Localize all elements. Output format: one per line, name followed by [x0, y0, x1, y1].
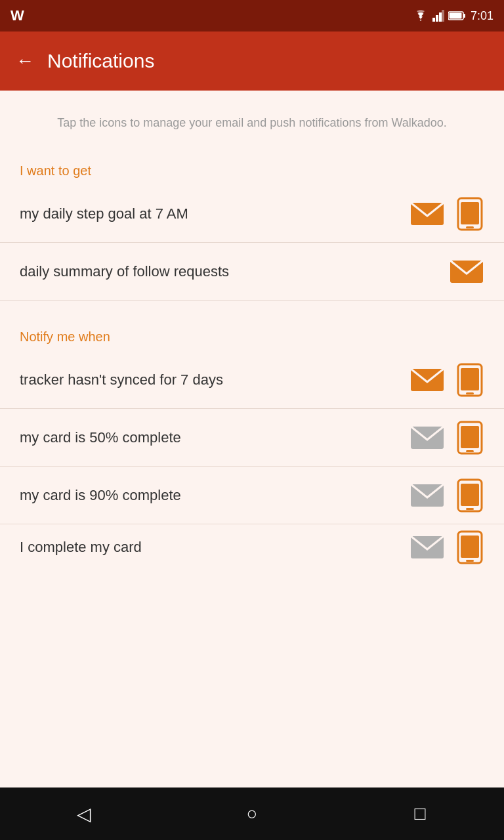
svg-rect-6: [463, 14, 465, 18]
svg-rect-3: [442, 10, 444, 22]
item-icons: [410, 420, 484, 455]
phone-icon-active[interactable]: [455, 478, 484, 513]
list-item: tracker hasn't synced for 7 days: [0, 351, 504, 409]
phone-icon-active[interactable]: [455, 362, 484, 398]
back-nav-button[interactable]: ◁: [64, 794, 104, 833]
svg-rect-0: [432, 18, 435, 22]
email-icon-inactive[interactable]: [410, 424, 445, 452]
phone-icon-active[interactable]: [455, 530, 484, 565]
item-icons: [449, 258, 484, 285]
list-item: I complete my card: [0, 524, 504, 570]
status-time: 7:01: [471, 9, 494, 23]
status-right: 7:01: [413, 9, 494, 23]
list-item: my card is 50% complete: [0, 409, 504, 467]
svg-rect-9: [461, 202, 479, 224]
item-label: I complete my card: [20, 539, 410, 556]
section-header-notify: Notify me when: [0, 316, 504, 351]
svg-rect-23: [466, 508, 474, 510]
email-icon-inactive[interactable]: [410, 482, 445, 509]
app-bar: ← Notifications: [0, 32, 504, 91]
svg-rect-19: [466, 450, 474, 452]
svg-rect-26: [461, 536, 479, 558]
item-icons: [410, 530, 484, 565]
item-icons: [410, 196, 484, 232]
svg-rect-2: [439, 12, 442, 22]
back-button[interactable]: ←: [16, 51, 34, 72]
signal-icon: [432, 10, 444, 22]
status-bar: W 7:01: [0, 0, 504, 32]
email-icon-inactive[interactable]: [410, 534, 445, 561]
item-label: tracker hasn't synced for 7 days: [20, 371, 410, 388]
svg-rect-10: [466, 226, 474, 228]
section-header-want: I want to get: [0, 150, 504, 185]
battery-icon: [448, 11, 465, 20]
wifi-icon: [413, 10, 429, 22]
email-icon-active[interactable]: [410, 366, 445, 394]
svg-rect-5: [449, 13, 461, 19]
main-content: Tap the icons to manage your email and p…: [0, 91, 504, 788]
item-label: my card is 50% complete: [20, 429, 410, 446]
bottom-nav: ◁ ○ □: [0, 788, 504, 840]
email-icon-active[interactable]: [449, 258, 484, 285]
item-icons: [410, 362, 484, 398]
email-icon-active[interactable]: [410, 200, 445, 228]
home-nav-button[interactable]: ○: [232, 794, 272, 833]
list-item: my card is 90% complete: [0, 467, 504, 524]
svg-rect-22: [461, 484, 479, 506]
recent-nav-button[interactable]: □: [400, 794, 440, 833]
section-i-want: I want to get my daily step goal at 7 AM: [0, 150, 504, 301]
item-label: my card is 90% complete: [20, 487, 410, 504]
svg-rect-1: [436, 15, 438, 22]
page-title: Notifications: [47, 50, 154, 72]
subtitle-text: Tap the icons to manage your email and p…: [0, 91, 504, 150]
svg-rect-14: [461, 368, 479, 390]
section-notify-when: Notify me when tracker hasn't synced for…: [0, 316, 504, 570]
svg-rect-18: [461, 426, 479, 448]
list-item: my daily step goal at 7 AM: [0, 185, 504, 243]
svg-rect-15: [466, 392, 474, 394]
list-item: daily summary of follow requests: [0, 243, 504, 301]
svg-rect-27: [466, 560, 474, 562]
item-icons: [410, 478, 484, 513]
spacer: [0, 301, 504, 316]
item-label: my daily step goal at 7 AM: [20, 205, 410, 222]
phone-icon-active[interactable]: [455, 196, 484, 232]
item-label: daily summary of follow requests: [20, 263, 449, 280]
phone-icon-active[interactable]: [455, 420, 484, 455]
app-logo: W: [10, 7, 24, 24]
status-icons: [413, 10, 465, 22]
